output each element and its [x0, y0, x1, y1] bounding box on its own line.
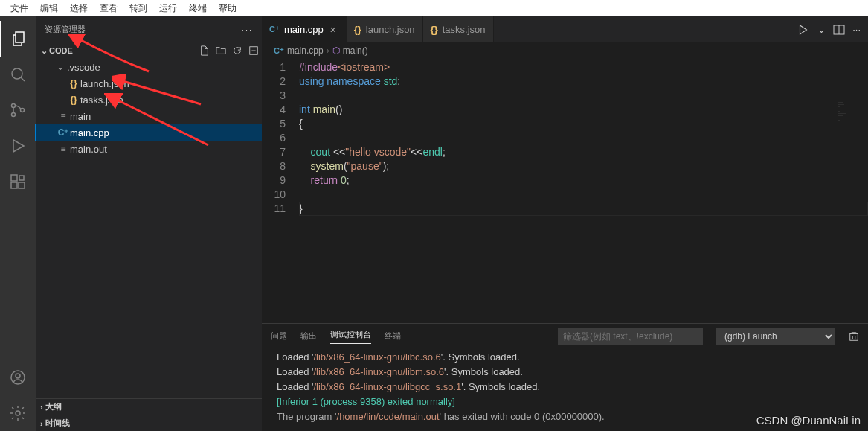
menu-item[interactable]: 运行: [153, 2, 183, 15]
scm-icon[interactable]: [0, 92, 36, 128]
svg-point-10: [16, 374, 20, 378]
chevron-down-icon: ⌄: [57, 62, 67, 72]
close-icon[interactable]: ×: [328, 24, 338, 36]
split-icon[interactable]: [833, 24, 845, 36]
tree-item[interactable]: ≡main: [36, 108, 262, 124]
panel-tab[interactable]: 调试控制台: [330, 329, 371, 344]
watermark: CSDN @DuanNaiLin: [756, 414, 861, 427]
tree-item[interactable]: ⌄.vscode: [36, 59, 262, 75]
cpp-icon: C⁺: [57, 127, 70, 138]
svg-point-1: [12, 68, 22, 79]
refresh-icon[interactable]: [232, 45, 242, 56]
outline-section[interactable]: › 大纲: [36, 398, 262, 415]
crumb-file: main.cpp: [287, 45, 324, 56]
collapse-icon[interactable]: [248, 45, 259, 56]
svg-rect-7: [19, 182, 25, 188]
json-icon: {}: [67, 95, 80, 105]
tree-label: launch.json: [80, 78, 129, 89]
more-icon[interactable]: ···: [852, 24, 861, 35]
minimap[interactable]: ▬▬▬▬▬▬▬▬▬▬▬▬▬▬▬▬▬▬▬▬▬▬▬: [838, 101, 868, 146]
chevron-down-icon[interactable]: ⌄: [817, 24, 826, 35]
current-line-highlight: [299, 202, 868, 216]
panel-filter-input[interactable]: [558, 328, 703, 345]
explorer-icon[interactable]: [0, 21, 36, 57]
cube-icon: ⬡: [332, 45, 340, 56]
crumb-symbol: main(): [343, 45, 368, 56]
tab-label: main.cpp: [284, 24, 324, 35]
code-content: #include<iostream>using namespace std; i…: [299, 59, 868, 323]
file-icon: ≡: [57, 111, 70, 121]
panel-tab[interactable]: 终端: [385, 331, 401, 342]
file-icon: ≡: [57, 144, 70, 154]
menu-item[interactable]: 查看: [94, 2, 123, 15]
panel-tabs: 问题输出调试控制台终端 (gdb) Launch: [262, 324, 868, 348]
sidebar-explorer: 资源管理器 ··· ⌄ CODE ⌄.vscode{}launch.json{}…: [36, 16, 262, 431]
tab-label: launch.json: [366, 24, 415, 35]
file-tree: ⌄.vscode{}launch.json{}tasks.json≡mainC⁺…: [36, 59, 262, 157]
new-folder-icon[interactable]: [216, 45, 226, 56]
menu-item[interactable]: 文件: [4, 2, 34, 15]
editor-tabs: C⁺main.cpp×{}launch.json{}tasks.json ⌄ ·…: [262, 16, 868, 42]
timeline-section[interactable]: › 时间线: [36, 415, 262, 431]
svg-rect-6: [11, 182, 17, 188]
json-icon: {}: [354, 24, 361, 35]
chevron-down-icon: ⌄: [39, 46, 49, 56]
tree-item[interactable]: ≡main.out: [36, 141, 262, 157]
editor-tab[interactable]: C⁺main.cpp×: [262, 16, 347, 42]
tab-label: tasks.json: [443, 24, 486, 35]
launch-config-select[interactable]: (gdb) Launch: [716, 328, 835, 345]
json-icon: {}: [431, 24, 438, 35]
explorer-section-header[interactable]: ⌄ CODE: [36, 42, 262, 59]
svg-rect-0: [16, 32, 24, 42]
tree-label: main: [70, 111, 91, 122]
tree-label: main.cpp: [70, 127, 109, 138]
chevron-right-icon: ›: [40, 403, 43, 412]
folder-root-label: CODE: [49, 46, 73, 55]
cpp-icon: C⁺: [274, 46, 284, 56]
activity-bar: [0, 16, 36, 431]
run-debug-icon[interactable]: [0, 128, 36, 164]
new-file-icon[interactable]: [199, 45, 210, 56]
svg-rect-5: [11, 175, 17, 181]
tree-label: tasks.json: [80, 95, 123, 106]
run-icon[interactable]: [797, 23, 810, 36]
json-icon: {}: [67, 78, 80, 89]
settings-icon[interactable]: [0, 395, 36, 431]
tree-label: main.out: [70, 144, 107, 155]
editor-tab[interactable]: {}launch.json: [347, 16, 423, 42]
panel-tab[interactable]: 问题: [271, 331, 287, 342]
tree-item[interactable]: {}launch.json: [36, 75, 262, 92]
line-gutter: 1234567891011: [262, 59, 299, 323]
search-icon[interactable]: [0, 57, 36, 92]
sidebar-more-icon[interactable]: ···: [242, 25, 253, 34]
chevron-right-icon: ›: [40, 419, 43, 428]
cpp-icon: C⁺: [269, 25, 280, 34]
clear-icon[interactable]: [849, 331, 859, 342]
tree-item[interactable]: C⁺main.cpp: [36, 124, 262, 141]
code-editor[interactable]: 1234567891011 #include<iostream>using na…: [262, 59, 868, 323]
svg-point-2: [12, 104, 16, 108]
accounts-icon[interactable]: [0, 360, 36, 395]
svg-rect-8: [19, 176, 24, 180]
svg-point-3: [12, 113, 16, 117]
menu-item[interactable]: 编辑: [34, 2, 64, 15]
editor-tab[interactable]: {}tasks.json: [423, 16, 494, 42]
menu-item[interactable]: 选择: [64, 2, 94, 15]
menubar: 文件编辑选择查看转到运行终端帮助: [0, 0, 868, 16]
extensions-icon[interactable]: [0, 164, 36, 199]
sidebar-header: 资源管理器 ···: [36, 16, 262, 42]
menu-item[interactable]: 终端: [183, 2, 213, 15]
menu-item[interactable]: 转到: [123, 2, 153, 15]
svg-rect-14: [850, 333, 858, 340]
svg-point-11: [16, 411, 20, 415]
breadcrumb[interactable]: C⁺ main.cpp › ⬡ main(): [262, 42, 868, 59]
sidebar-title: 资源管理器: [45, 24, 86, 35]
tab-actions: ⌄ ···: [789, 16, 868, 42]
panel-tab[interactable]: 输出: [300, 331, 317, 342]
tree-item[interactable]: {}tasks.json: [36, 92, 262, 108]
editor-area: C⁺main.cpp×{}launch.json{}tasks.json ⌄ ·…: [262, 16, 868, 431]
tree-label: .vscode: [67, 62, 100, 73]
menu-item[interactable]: 帮助: [213, 2, 242, 15]
